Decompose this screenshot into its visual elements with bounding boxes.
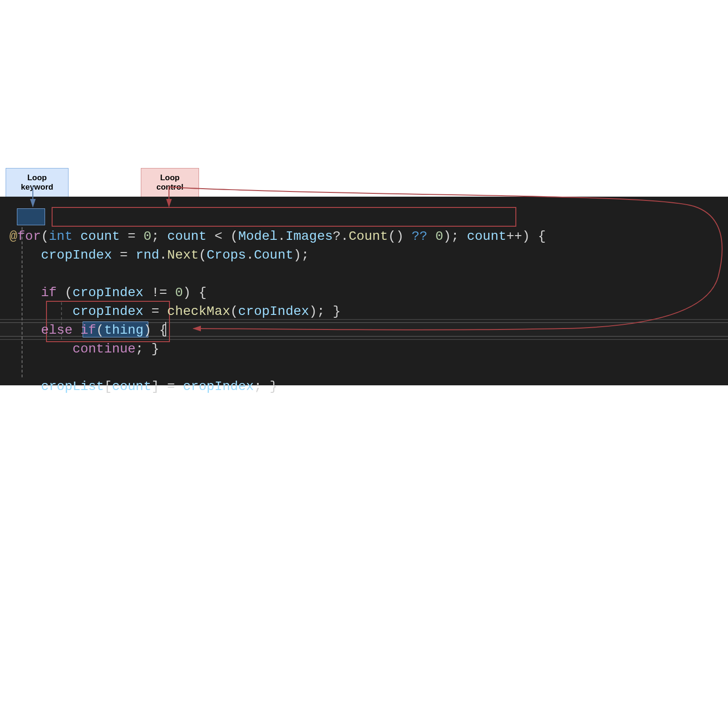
label-loop-keyword: Loop keyword [6,168,69,197]
code-text: @for(int count = 0; count < (Model.Image… [9,208,546,415]
crops: Crops [207,248,246,262]
po: ( [199,248,207,262]
dot: . [246,248,254,262]
next: Next [167,248,199,262]
dot: . [277,229,285,244]
po: ( [96,323,104,337]
if-keyword: if [80,323,96,337]
brace-open: { [530,229,546,244]
indent [9,379,41,394]
brace: } [151,342,159,356]
pc: ); [293,248,309,262]
pc: ) { [183,285,207,300]
cropIndex: cropIndex [238,304,309,319]
neq: != [144,285,175,300]
indent [9,248,41,262]
cropIndex: cropIndex [183,379,254,394]
count: Count [254,248,293,262]
paren-open: ( [41,229,49,244]
count-var: count [80,229,120,244]
cropIndex: cropIndex [72,304,143,319]
sp [72,229,80,244]
zero: 0 [175,285,183,300]
cropList: cropList [41,379,104,394]
sp [72,323,80,337]
zero: 0 [435,229,443,244]
parens: () [388,229,404,244]
checkMax: checkMax [167,304,230,319]
po: ( [230,304,238,319]
else-keyword: else [41,323,72,337]
bo: [ [104,379,112,394]
close: ); [443,229,467,244]
indent [9,285,41,300]
razor-at: @ [9,229,17,244]
semi: ; } [254,379,277,394]
semi: ; [152,229,168,244]
if-keyword: if [41,285,57,300]
continue-keyword: continue [72,342,135,356]
bc: ] = [151,379,183,394]
indent [9,304,72,319]
thing: thing [104,323,144,337]
eq: = [120,229,143,244]
inc: ++ [506,229,522,244]
code-editor: ^^^^^^^^^^ @for(int count = 0; count < (… [0,197,728,385]
count-var: count [467,229,506,244]
cropIndex: cropIndex [72,285,143,300]
qdot: ?. [333,229,349,244]
zero: 0 [144,229,152,244]
close-main: ) [522,229,530,244]
lt: < ( [207,229,238,244]
pc: ) { [144,323,167,337]
indent [9,323,41,337]
eq: = [112,248,135,262]
pc: ); } [309,304,341,319]
semi: ; [136,342,152,356]
cropIndex: cropIndex [41,248,112,262]
eq: = [144,304,167,319]
label-loop-control: Loop control [141,168,199,197]
indent [9,342,72,356]
nullcoal: ?? [404,229,435,244]
rnd: rnd [136,248,159,262]
dot: . [159,248,167,262]
images: Images [285,229,333,244]
po: ( [57,285,73,300]
for-keyword: for [17,229,41,244]
count-var: count [167,229,207,244]
count: count [112,379,151,394]
int-keyword: int [49,229,72,244]
model: Model [238,229,277,244]
count-method: Count [349,229,388,244]
